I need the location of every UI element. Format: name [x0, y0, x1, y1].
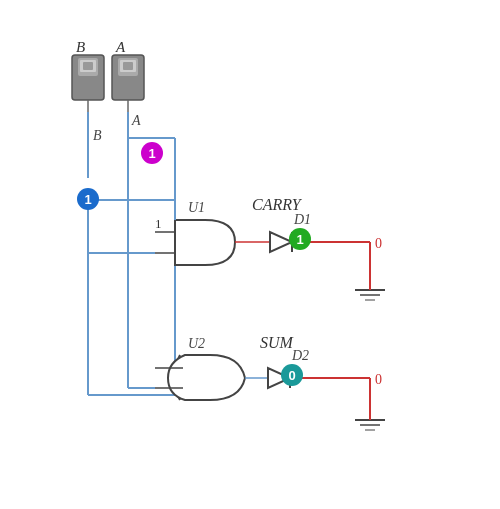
badge-magenta: 1 — [141, 142, 163, 164]
svg-text:1: 1 — [155, 216, 162, 231]
svg-text:SUM: SUM — [260, 334, 295, 351]
svg-text:U2: U2 — [188, 336, 205, 351]
badge-green: 1 — [289, 228, 311, 250]
svg-text:0: 0 — [375, 372, 382, 387]
circuit-diagram: B A A B 1 — [0, 0, 500, 509]
svg-text:D1: D1 — [293, 212, 311, 227]
svg-rect-3 — [83, 62, 93, 70]
badge-blue: 1 — [77, 188, 99, 210]
circuit-svg: B A A B 1 — [0, 0, 500, 509]
svg-text:B: B — [76, 39, 85, 55]
svg-text:U1: U1 — [188, 200, 205, 215]
svg-text:CARRY: CARRY — [252, 196, 303, 213]
svg-text:A: A — [131, 113, 141, 128]
svg-text:0: 0 — [375, 236, 382, 251]
svg-text:A: A — [115, 39, 126, 55]
svg-text:B: B — [93, 128, 102, 143]
badge-teal: 0 — [281, 364, 303, 386]
svg-rect-8 — [123, 62, 133, 70]
svg-text:D2: D2 — [291, 348, 309, 363]
